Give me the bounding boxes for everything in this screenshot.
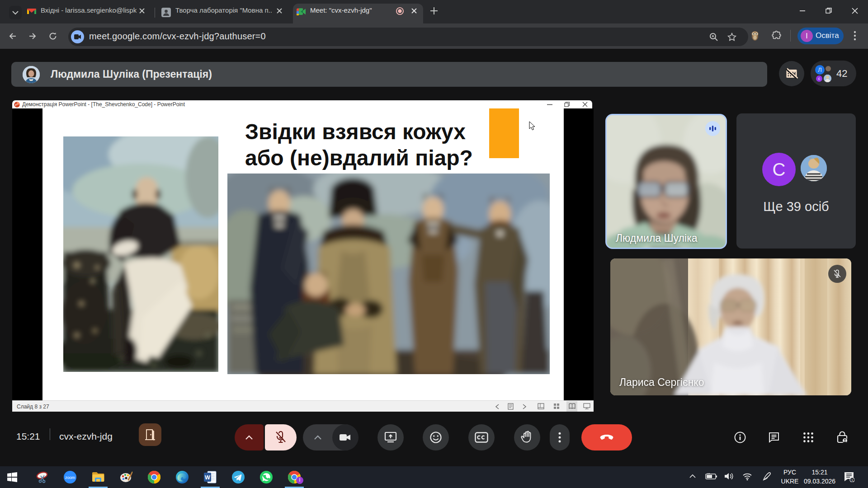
svg-text:P: P [15, 103, 18, 107]
svg-text:1: 1 [851, 478, 854, 482]
svg-text:zoom: zoom [65, 475, 75, 480]
svg-text:W: W [205, 474, 210, 481]
